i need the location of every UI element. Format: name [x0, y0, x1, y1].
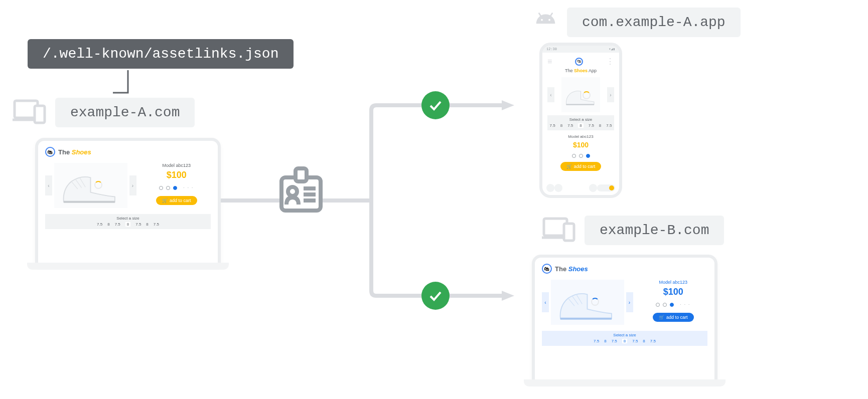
android-icon [534, 10, 557, 25]
size-selector-b: Select a size 7.587.587.587.5 [542, 331, 707, 346]
brand-word-a: Shoes [72, 148, 91, 156]
size-selector-phone: Select a size 7.587.587.587.5 [547, 115, 614, 130]
chevron-right-icon: › [626, 292, 633, 312]
shoe-icon [554, 287, 620, 325]
product-price-b: $100 [639, 287, 708, 297]
add-to-cart-button-phone: 🛒 add to cart [560, 162, 602, 171]
shoe-icon [58, 170, 123, 209]
check-badge-app [421, 91, 450, 119]
cart-icon: 🛒 [566, 164, 572, 169]
check-badge-domain-b [421, 282, 450, 310]
color-dots-a: · · · [142, 185, 211, 190]
svg-point-12 [541, 19, 543, 21]
chevron-left-icon: ‹ [542, 292, 549, 312]
product-price-a: $100 [142, 170, 211, 180]
check-icon [427, 97, 444, 113]
shop-header-b: 🛍 The Shoes [542, 264, 707, 274]
shop-logo-icon: 🛍 [575, 58, 583, 66]
product-model-phone: Model abc123 [547, 134, 614, 139]
android-package-label: com.example-A.app [567, 8, 741, 37]
product-carousel-a: ‹ › [45, 163, 136, 208]
brand-prefix-b: The [555, 265, 566, 273]
svg-point-13 [548, 19, 550, 21]
shop-logo-icon: 🛍 [45, 147, 55, 157]
cart-icon: 🛒 [162, 198, 168, 203]
select-size-label-phone: Select a size [547, 117, 614, 122]
svg-line-15 [550, 14, 552, 17]
app-title: The Shoes App [547, 68, 614, 73]
chevron-right-icon: › [129, 175, 136, 195]
domain-b-label: example-B.com [585, 216, 724, 245]
product-model-a: Model abc123 [142, 163, 211, 168]
select-size-label-a: Select a size [45, 216, 211, 221]
svg-rect-2 [35, 106, 45, 123]
product-price-phone: $100 [547, 141, 614, 149]
nav-pill-icon [597, 184, 615, 191]
color-dots-b: · · · [639, 302, 708, 307]
color-dots-phone [547, 154, 614, 158]
shop-header-a: 🛍 The Shoes [45, 147, 211, 157]
more-icon: ⋮ [606, 57, 614, 66]
phone-mockup: 12:30 ▾◢▮ ≡ 🛍 ⋮ The Shoes App ‹ › Sel [539, 43, 622, 198]
select-size-label-b: Select a size [542, 333, 707, 337]
size-selector-a: Select a size 7.587.587.587.5 [45, 214, 211, 229]
add-to-cart-label-a: add to cart [170, 198, 191, 203]
phone-time: 12:30 [546, 47, 557, 51]
loading-spinner-icon [94, 181, 102, 189]
add-to-cart-label-b: add to cart [666, 315, 688, 320]
brand-word-b: Shoes [568, 265, 588, 273]
add-to-cart-button-a: 🛒 add to cart [156, 196, 197, 205]
laptop-a-screen: 🛍 The Shoes ‹ › Model ab [45, 147, 211, 257]
phone-status-bar: 12:30 ▾◢▮ [542, 46, 619, 53]
laptop-b-screen: 🛍 The Shoes ‹ › Model ab [542, 264, 707, 373]
domain-a-label: example-A.com [55, 98, 195, 127]
hamburger-icon: ≡ [547, 57, 552, 66]
devices-icon-b [542, 216, 577, 243]
nav-search-icon [554, 184, 562, 192]
chevron-left-icon: ‹ [45, 175, 52, 195]
shop-logo-icon: 🛍 [542, 264, 552, 274]
devices-icon-a [13, 98, 48, 125]
svg-rect-7 [296, 168, 307, 181]
product-carousel-b: ‹ › [542, 280, 633, 325]
svg-line-14 [539, 14, 541, 17]
connector-assetlinks-to-domain [113, 70, 143, 99]
svg-rect-19 [564, 224, 574, 241]
product-image-a [54, 163, 127, 208]
product-model-b: Model abc123 [639, 280, 708, 285]
shoe-icon [563, 83, 598, 113]
status-icons: ▾◢▮ [609, 47, 615, 51]
svg-marker-5 [502, 291, 514, 301]
laptop-domain-a: 🛍 The Shoes ‹ › Model ab [35, 138, 221, 266]
laptop-domain-b: 🛍 The Shoes ‹ › Model ab [532, 255, 717, 382]
flow-connector [221, 85, 522, 311]
cart-icon: 🛒 [659, 315, 664, 320]
brand-prefix-a: The [58, 148, 70, 156]
id-badge-icon [278, 166, 324, 214]
nav-home-icon [546, 184, 554, 192]
product-image-b [551, 280, 624, 325]
chevron-left-icon: ‹ [547, 87, 554, 102]
chevron-right-icon: › [607, 87, 614, 102]
phone-bottom-nav [546, 184, 615, 192]
nav-misc-icon [589, 184, 597, 192]
loading-spinner-icon [591, 298, 599, 306]
check-icon [427, 288, 444, 304]
add-to-cart-label-phone: add to cart [574, 164, 596, 169]
product-image-phone [561, 77, 600, 112]
size-list-a: 7.587.587.587.5 [45, 221, 211, 228]
assetlinks-path-label: /.well-known/assetlinks.json [28, 39, 294, 69]
svg-marker-4 [502, 100, 514, 110]
add-to-cart-button-b: 🛒 add to cart [653, 313, 694, 322]
